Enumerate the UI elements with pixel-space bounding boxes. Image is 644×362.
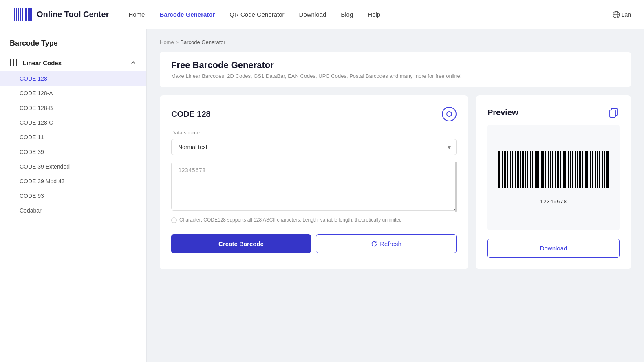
svg-rect-74 <box>584 151 584 188</box>
sidebar-item-code-128-b[interactable]: CODE 128-B <box>0 101 146 115</box>
main-content: Home > Barcode Generator Free Barcode Ge… <box>147 29 644 362</box>
sidebar-item-code-93[interactable]: CODE 93 <box>0 189 146 203</box>
barcode-icon <box>10 58 19 67</box>
svg-rect-20 <box>18 59 18 66</box>
refresh-button[interactable]: Refresh <box>316 234 457 253</box>
create-barcode-button[interactable]: Create Barcode <box>171 234 311 253</box>
nav-blog[interactable]: Blog <box>341 11 353 18</box>
svg-rect-51 <box>545 151 546 188</box>
linear-codes-section-header[interactable]: Linear Codes <box>0 54 146 71</box>
nav-home[interactable]: Home <box>128 11 145 18</box>
language-selector[interactable]: Lan <box>613 11 631 18</box>
svg-rect-29 <box>509 151 509 188</box>
svg-rect-69 <box>575 151 576 188</box>
svg-rect-46 <box>536 151 538 188</box>
svg-rect-65 <box>568 151 569 188</box>
page-title: Free Barcode Generator <box>171 60 620 70</box>
svg-rect-68 <box>574 151 574 188</box>
svg-rect-22 <box>610 110 615 117</box>
svg-rect-26 <box>504 151 505 188</box>
svg-rect-52 <box>547 151 547 188</box>
svg-rect-24 <box>501 151 501 188</box>
buttons-row: Create Barcode Refresh <box>171 234 457 253</box>
svg-rect-34 <box>517 151 518 188</box>
download-button[interactable]: Download <box>487 239 620 258</box>
svg-rect-62 <box>563 151 565 188</box>
svg-rect-38 <box>523 151 524 188</box>
svg-rect-58 <box>557 151 558 188</box>
svg-rect-40 <box>527 151 528 188</box>
main-nav: Home Barcode Generator QR Code Generator… <box>128 11 631 18</box>
svg-rect-19 <box>16 59 17 66</box>
svg-rect-88 <box>607 151 609 188</box>
svg-rect-64 <box>567 151 567 188</box>
info-text: ⓘ Character: CODE128 supports all 128 AS… <box>171 217 457 224</box>
page-layout: Barcode Type Linear Codes CODE 128 <box>0 29 644 362</box>
sidebar-item-codabar[interactable]: Codabar <box>0 203 146 218</box>
nav-download[interactable]: Download <box>299 11 326 18</box>
nav-qr-code-generator[interactable]: QR Code Generator <box>229 11 284 18</box>
breadcrumb: Home > Barcode Generator <box>160 39 631 45</box>
sidebar-item-code-39[interactable]: CODE 39 <box>0 145 146 159</box>
target-icon[interactable] <box>442 107 457 121</box>
preview-card: Preview <box>476 95 631 269</box>
logo-icon <box>13 5 33 24</box>
svg-rect-45 <box>535 151 536 188</box>
svg-rect-61 <box>562 151 562 188</box>
svg-rect-0 <box>14 8 15 21</box>
refresh-icon <box>371 241 377 247</box>
svg-rect-9 <box>31 8 32 21</box>
breadcrumb-home[interactable]: Home <box>160 39 174 45</box>
data-source-label: Data source <box>171 129 457 136</box>
svg-rect-18 <box>15 59 15 66</box>
nav-barcode-generator[interactable]: Barcode Generator <box>159 11 215 18</box>
sidebar-item-code-11[interactable]: CODE 11 <box>0 130 146 145</box>
svg-rect-3 <box>20 8 21 21</box>
barcode-image <box>496 151 611 196</box>
nav-help[interactable]: Help <box>368 11 380 18</box>
svg-rect-47 <box>538 151 539 188</box>
textarea-scroll-area: 12345678 <box>171 162 457 212</box>
breadcrumb-separator: > <box>176 39 179 45</box>
svg-rect-5 <box>24 8 24 21</box>
svg-rect-75 <box>585 151 587 188</box>
scrollbar[interactable] <box>455 162 457 212</box>
chevron-up-icon <box>130 59 137 66</box>
svg-rect-4 <box>22 8 23 21</box>
page-heading: Free Barcode Generator Make Linear Barco… <box>160 52 631 87</box>
svg-rect-43 <box>532 151 533 188</box>
barcode-input[interactable]: 12345678 <box>171 162 457 211</box>
svg-rect-23 <box>498 151 500 188</box>
svg-rect-82 <box>597 151 598 188</box>
form-card: CODE 128 Data source Normal text Hex str… <box>160 95 468 269</box>
svg-rect-85 <box>602 151 603 188</box>
sidebar-item-code-128-a[interactable]: CODE 128-A <box>0 86 146 101</box>
svg-rect-35 <box>518 151 519 188</box>
svg-rect-53 <box>548 151 549 188</box>
svg-rect-50 <box>543 151 544 188</box>
svg-rect-80 <box>594 151 594 188</box>
sidebar-item-code-128[interactable]: CODE 128 <box>0 71 146 86</box>
svg-rect-6 <box>25 8 27 21</box>
svg-rect-1 <box>16 8 17 21</box>
svg-rect-79 <box>592 151 593 188</box>
svg-rect-44 <box>534 151 534 188</box>
copy-icon[interactable] <box>608 107 620 118</box>
data-source-select[interactable]: Normal text Hex string Base64 <box>171 139 457 155</box>
sidebar-item-code-128-c[interactable]: CODE 128-C <box>0 115 146 130</box>
svg-rect-49 <box>541 151 543 188</box>
sidebar-item-code-39-mod-43[interactable]: CODE 39 Mod 43 <box>0 174 146 189</box>
svg-rect-60 <box>560 151 561 188</box>
barcode-number: 12345678 <box>540 198 567 204</box>
sidebar-title: Barcode Type <box>0 39 146 54</box>
logo-area[interactable]: Online Tool Center <box>13 5 109 24</box>
globe-icon <box>613 11 620 18</box>
lang-label: Lan <box>622 11 631 18</box>
sidebar-item-code-39-extended[interactable]: CODE 39 Extended <box>0 159 146 174</box>
svg-rect-55 <box>552 151 553 188</box>
svg-rect-41 <box>529 151 529 188</box>
svg-rect-2 <box>18 8 19 21</box>
svg-rect-56 <box>554 151 554 188</box>
svg-rect-32 <box>514 151 514 188</box>
svg-rect-17 <box>13 59 14 66</box>
